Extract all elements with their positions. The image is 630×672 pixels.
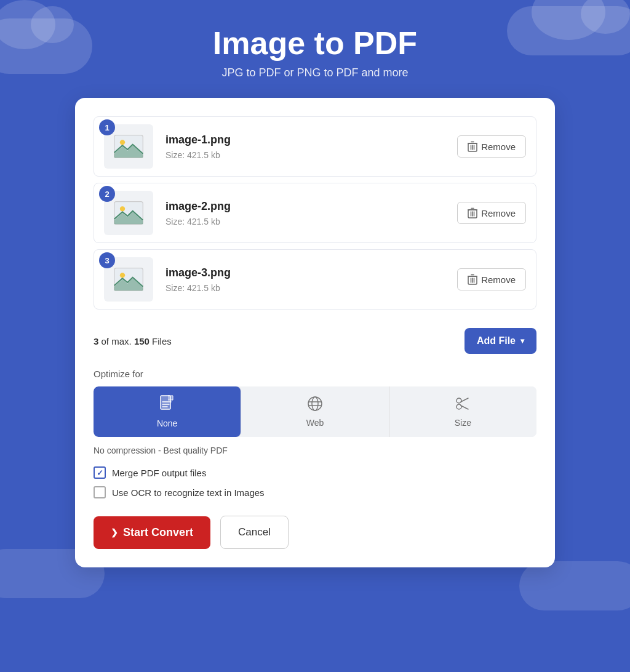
file-thumbnail-2: 2 bbox=[104, 191, 153, 235]
optimize-web-label: Web bbox=[306, 418, 324, 428]
file-number-1: 1 bbox=[99, 119, 115, 135]
file-name-1: image-1.png bbox=[165, 134, 457, 146]
trash-icon-2 bbox=[468, 207, 477, 218]
file-name-3: image-3.png bbox=[165, 266, 457, 279]
optimize-label: Optimize for bbox=[94, 369, 536, 379]
svg-point-9 bbox=[120, 206, 125, 211]
file-number-3: 3 bbox=[99, 252, 115, 268]
image-icon-2 bbox=[113, 201, 144, 225]
file-info-3: image-3.png Size: 421.5 kb bbox=[165, 266, 457, 293]
file-number-2: 2 bbox=[99, 186, 115, 202]
add-file-button[interactable]: Add File ▾ bbox=[465, 328, 536, 354]
file-item-3: 3 image-3.png Size: 421.5 kb bbox=[94, 249, 536, 310]
chevron-down-icon: ▾ bbox=[520, 337, 524, 345]
pdf-icon bbox=[159, 395, 175, 412]
optimize-description: No compression - Best quality PDF bbox=[94, 446, 536, 455]
image-icon-1 bbox=[113, 134, 144, 159]
merge-pdf-checkbox-item[interactable]: Merge PDF output files bbox=[94, 466, 536, 479]
main-card: 1 image-1.png Size: 421.5 kb bbox=[75, 98, 555, 567]
page-subtitle: JPG to PDF or PNG to PDF and more bbox=[213, 66, 417, 79]
file-item-2: 2 image-2.png Size: 421.5 kb bbox=[94, 183, 536, 243]
file-count-text: 3 of max. 150 Files bbox=[94, 336, 172, 346]
file-list: 1 image-1.png Size: 421.5 kb bbox=[94, 116, 536, 316]
file-thumbnail-3: 3 bbox=[104, 257, 153, 302]
optimize-none-button[interactable]: None bbox=[94, 386, 241, 437]
file-count-max: 150 bbox=[134, 336, 150, 346]
merge-pdf-label: Merge PDF output files bbox=[112, 468, 206, 478]
trash-icon-3 bbox=[468, 274, 477, 285]
svg-point-33 bbox=[457, 404, 461, 409]
globe-icon bbox=[307, 396, 323, 412]
file-info-2: image-2.png Size: 421.5 kb bbox=[165, 200, 457, 226]
chevron-right-icon: ❯ bbox=[111, 527, 118, 537]
cancel-button[interactable]: Cancel bbox=[220, 516, 289, 549]
trash-icon-1 bbox=[468, 141, 477, 152]
optimize-size-label: Size bbox=[455, 418, 471, 428]
remove-button-1[interactable]: Remove bbox=[457, 135, 526, 158]
svg-line-35 bbox=[461, 406, 468, 409]
page-title: Image to PDF bbox=[213, 25, 417, 62]
ocr-checkbox[interactable] bbox=[94, 486, 106, 498]
file-item-1: 1 image-1.png Size: 421.5 kb bbox=[94, 116, 536, 177]
file-name-2: image-2.png bbox=[165, 200, 457, 213]
file-size-3: Size: 421.5 kb bbox=[165, 283, 457, 293]
page-header: Image to PDF JPG to PDF or PNG to PDF an… bbox=[201, 0, 429, 98]
ocr-checkbox-item[interactable]: Use OCR to recognize text in Images bbox=[94, 486, 536, 498]
size-icon bbox=[455, 396, 471, 414]
web-icon bbox=[307, 396, 323, 414]
file-size-1: Size: 421.5 kb bbox=[165, 150, 457, 160]
ocr-label: Use OCR to recognize text in Images bbox=[112, 487, 265, 498]
file-count-current: 3 bbox=[94, 336, 98, 346]
optimize-web-button[interactable]: Web bbox=[241, 386, 389, 437]
action-row: ❯ Start Convert Cancel bbox=[94, 516, 536, 549]
remove-button-3[interactable]: Remove bbox=[457, 268, 526, 290]
remove-button-2[interactable]: Remove bbox=[457, 202, 526, 224]
file-info-1: image-1.png Size: 421.5 kb bbox=[165, 134, 457, 160]
svg-point-28 bbox=[308, 397, 322, 410]
svg-line-34 bbox=[461, 398, 468, 402]
svg-point-17 bbox=[120, 273, 125, 278]
cloud-decoration-1 bbox=[0, 18, 92, 74]
optimize-none-label: None bbox=[157, 418, 177, 428]
none-icon bbox=[159, 395, 175, 415]
optimize-size-button[interactable]: Size bbox=[389, 386, 536, 437]
file-size-2: Size: 421.5 kb bbox=[165, 217, 457, 226]
start-convert-button[interactable]: ❯ Start Convert bbox=[94, 516, 210, 549]
svg-point-1 bbox=[120, 140, 125, 145]
checkbox-group: Merge PDF output files Use OCR to recogn… bbox=[94, 466, 536, 498]
image-icon-3 bbox=[113, 267, 144, 292]
file-count-row: 3 of max. 150 Files Add File ▾ bbox=[94, 328, 536, 354]
svg-point-29 bbox=[312, 397, 318, 410]
file-thumbnail-1: 1 bbox=[104, 124, 153, 169]
merge-pdf-checkbox[interactable] bbox=[94, 466, 106, 479]
start-convert-label: Start Convert bbox=[123, 526, 193, 539]
add-file-label: Add File bbox=[477, 335, 516, 346]
cloud-decoration-4 bbox=[519, 561, 630, 610]
svg-point-32 bbox=[457, 398, 461, 403]
optimize-options: None Web Size bbox=[94, 386, 536, 437]
cloud-decoration-2 bbox=[507, 6, 630, 55]
scissors-icon bbox=[455, 396, 471, 412]
